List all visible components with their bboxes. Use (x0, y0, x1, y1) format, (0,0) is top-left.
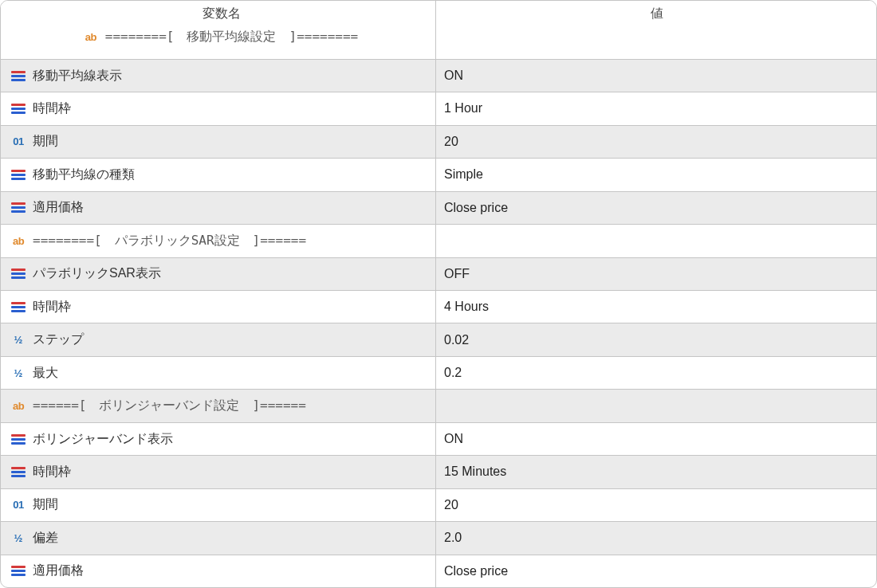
table-row[interactable]: パラボリックSAR表示 OFF (1, 258, 876, 291)
table-row[interactable]: 移動平均線表示 ON (1, 60, 876, 92)
table-row[interactable]: ab ======[ ボリンジャーバンド設定 ]====== (1, 390, 876, 422)
param-name: 適用価格 (33, 199, 84, 216)
param-name: ステップ (33, 331, 84, 348)
param-value[interactable]: 20 (444, 135, 458, 149)
enum-type-icon (10, 268, 26, 280)
double-type-icon: ½ (10, 334, 26, 347)
enum-type-icon (10, 433, 26, 445)
table-row[interactable]: 01 期間 20 (1, 126, 876, 159)
string-type-icon: ab (83, 31, 99, 44)
param-value[interactable]: 20 (444, 498, 458, 512)
table-header-row: 変数名 ab ========[ 移動平均線設定 ]======== 値 (1, 1, 876, 60)
param-value[interactable]: 1 Hour (444, 101, 482, 116)
table-row[interactable]: ½ ステップ 0.02 (1, 323, 876, 356)
param-name: 最大 (33, 365, 58, 382)
header-value-label: 値 (649, 6, 663, 22)
param-name: 適用価格 (33, 563, 84, 579)
param-value[interactable]: ON (444, 432, 463, 446)
section-bb-label: ======[ ボリンジャーバンド設定 ]====== (33, 398, 306, 414)
section-sar-label: ========[ パラボリックSAR設定 ]====== (33, 233, 306, 249)
enum-type-icon (10, 168, 26, 181)
table-row[interactable]: ab ========[ パラボリックSAR設定 ]====== (1, 225, 876, 257)
param-value[interactable]: Simple (444, 167, 483, 182)
enum-type-icon (10, 202, 26, 214)
param-value[interactable]: 4 Hours (444, 300, 489, 314)
section-ma-label: ========[ 移動平均線設定 ]======== (105, 29, 358, 45)
param-value[interactable]: OFF (444, 267, 470, 281)
enum-type-icon (10, 465, 26, 478)
param-name: 期間 (33, 133, 58, 150)
header-name-label: 変数名 (201, 6, 241, 22)
enum-type-icon (10, 300, 26, 313)
table-row[interactable]: 移動平均線の種類 Simple (1, 159, 876, 191)
table-row[interactable]: ½ 最大 0.2 (1, 357, 876, 390)
parameter-table: 変数名 ab ========[ 移動平均線設定 ]======== 値 移動平… (0, 0, 877, 588)
table-row[interactable]: ボリンジャーバンド表示 ON (1, 423, 876, 456)
table-row[interactable]: 適用価格 Close price (1, 555, 876, 587)
param-name: 偏差 (33, 530, 58, 547)
param-value[interactable]: 2.0 (444, 531, 462, 545)
header-value-cell: 値 (436, 1, 876, 59)
enum-type-icon (10, 69, 26, 82)
param-value[interactable]: ON (444, 69, 463, 83)
table-row[interactable]: 時間枠 4 Hours (1, 291, 876, 323)
int-type-icon: 01 (10, 135, 26, 148)
table-row[interactable]: 時間枠 15 Minutes (1, 456, 876, 488)
table-row[interactable]: 01 期間 20 (1, 489, 876, 522)
param-name: 時間枠 (33, 464, 71, 480)
param-name: 移動平均線表示 (33, 68, 122, 84)
table-row[interactable]: 時間枠 1 Hour (1, 92, 876, 125)
param-name: 期間 (33, 496, 58, 513)
param-name: パラボリックSAR表示 (33, 265, 161, 282)
header-name-cell: 変数名 ab ========[ 移動平均線設定 ]======== (1, 1, 436, 59)
param-value[interactable]: 0.2 (444, 366, 462, 380)
param-name: 時間枠 (33, 100, 71, 117)
table-row[interactable]: 適用価格 Close price (1, 192, 876, 225)
param-name: ボリンジャーバンド表示 (33, 431, 173, 448)
param-value[interactable]: 15 Minutes (444, 465, 506, 479)
param-value[interactable]: 0.02 (444, 333, 469, 347)
table-row[interactable]: ½ 偏差 2.0 (1, 522, 876, 555)
enum-type-icon (10, 102, 26, 115)
enum-type-icon (10, 565, 26, 578)
param-value[interactable]: Close price (444, 564, 508, 578)
double-type-icon: ½ (10, 531, 26, 544)
param-value[interactable]: Close price (444, 201, 508, 215)
section-ma-settings[interactable]: ab ========[ 移動平均線設定 ]======== (83, 29, 358, 45)
string-type-icon: ab (10, 400, 26, 413)
double-type-icon: ½ (10, 367, 26, 379)
param-name: 移動平均線の種類 (33, 167, 135, 183)
string-type-icon: ab (10, 234, 26, 247)
param-name: 時間枠 (33, 299, 71, 316)
int-type-icon: 01 (10, 499, 26, 512)
